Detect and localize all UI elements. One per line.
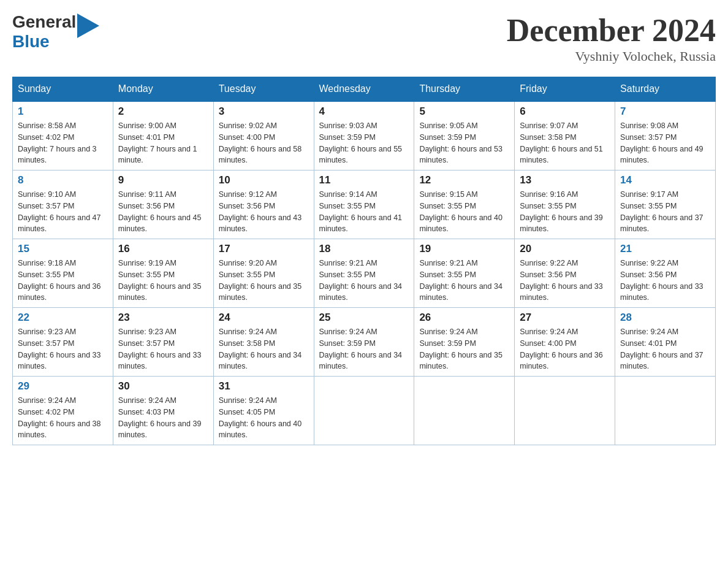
day-info: Sunrise: 9:24 AM Sunset: 3:59 PM Dayligh… [319,326,409,372]
table-row: 5 Sunrise: 9:05 AM Sunset: 3:59 PM Dayli… [414,101,515,170]
day-number: 23 [118,312,208,324]
calendar-week-row: 8 Sunrise: 9:10 AM Sunset: 3:57 PM Dayli… [13,170,716,239]
table-row [414,377,515,445]
day-info: Sunrise: 9:21 AM Sunset: 3:55 PM Dayligh… [319,258,409,304]
day-number: 5 [419,105,509,118]
day-number: 3 [219,105,309,118]
day-number: 13 [520,174,610,186]
calendar-week-row: 15 Sunrise: 9:18 AM Sunset: 3:55 PM Dayl… [13,239,716,308]
logo-text-blue: Blue [12,32,50,52]
day-number: 10 [219,174,309,186]
day-number: 16 [118,243,208,255]
day-info: Sunrise: 9:24 AM Sunset: 3:58 PM Dayligh… [219,326,309,372]
title-section: December 2024 Vyshniy Volochek, Russia [507,12,716,64]
calendar-week-row: 1 Sunrise: 8:58 AM Sunset: 4:02 PM Dayli… [13,101,716,170]
day-info: Sunrise: 9:24 AM Sunset: 4:01 PM Dayligh… [620,326,710,372]
day-number: 29 [18,380,108,393]
table-row: 31 Sunrise: 9:24 AM Sunset: 4:05 PM Dayl… [213,377,314,445]
table-row: 7 Sunrise: 9:08 AM Sunset: 3:57 PM Dayli… [615,101,716,170]
day-info: Sunrise: 9:21 AM Sunset: 3:55 PM Dayligh… [419,258,509,304]
day-number: 9 [118,174,208,186]
day-info: Sunrise: 9:08 AM Sunset: 3:57 PM Dayligh… [620,120,710,166]
day-number: 17 [219,243,309,255]
logo: General Blue [12,12,99,52]
header-tuesday: Tuesday [213,77,314,102]
table-row: 22 Sunrise: 9:23 AM Sunset: 3:57 PM Dayl… [13,308,113,377]
table-row: 29 Sunrise: 9:24 AM Sunset: 4:02 PM Dayl… [13,377,113,445]
day-info: Sunrise: 9:19 AM Sunset: 3:55 PM Dayligh… [118,258,208,304]
day-info: Sunrise: 9:16 AM Sunset: 3:55 PM Dayligh… [520,189,610,235]
table-row: 3 Sunrise: 9:02 AM Sunset: 4:00 PM Dayli… [213,101,314,170]
day-info: Sunrise: 9:23 AM Sunset: 3:57 PM Dayligh… [18,326,108,372]
table-row: 11 Sunrise: 9:14 AM Sunset: 3:55 PM Dayl… [314,170,414,239]
table-row: 25 Sunrise: 9:24 AM Sunset: 3:59 PM Dayl… [314,308,414,377]
day-info: Sunrise: 9:22 AM Sunset: 3:56 PM Dayligh… [520,258,610,304]
day-info: Sunrise: 9:17 AM Sunset: 3:55 PM Dayligh… [620,189,710,235]
table-row: 2 Sunrise: 9:00 AM Sunset: 4:01 PM Dayli… [113,101,213,170]
day-info: Sunrise: 9:24 AM Sunset: 4:02 PM Dayligh… [18,395,108,441]
calendar-table: Sunday Monday Tuesday Wednesday Thursday… [12,77,716,445]
day-number: 14 [620,174,710,186]
table-row [314,377,414,445]
day-info: Sunrise: 9:20 AM Sunset: 3:55 PM Dayligh… [219,258,309,304]
location-subtitle: Vyshniy Volochek, Russia [507,48,716,64]
day-number: 6 [520,105,610,118]
calendar-week-row: 22 Sunrise: 9:23 AM Sunset: 3:57 PM Dayl… [13,308,716,377]
day-number: 31 [219,380,309,393]
day-info: Sunrise: 9:24 AM Sunset: 4:03 PM Dayligh… [118,395,208,441]
day-info: Sunrise: 9:14 AM Sunset: 3:55 PM Dayligh… [319,189,409,235]
day-info: Sunrise: 9:11 AM Sunset: 3:56 PM Dayligh… [118,189,208,235]
day-info: Sunrise: 9:07 AM Sunset: 3:58 PM Dayligh… [520,120,610,166]
day-info: Sunrise: 9:24 AM Sunset: 4:05 PM Dayligh… [219,395,309,441]
day-info: Sunrise: 9:05 AM Sunset: 3:59 PM Dayligh… [419,120,509,166]
header-saturday: Saturday [615,77,716,102]
table-row: 9 Sunrise: 9:11 AM Sunset: 3:56 PM Dayli… [113,170,213,239]
day-info: Sunrise: 9:22 AM Sunset: 3:56 PM Dayligh… [620,258,710,304]
table-row: 28 Sunrise: 9:24 AM Sunset: 4:01 PM Dayl… [615,308,716,377]
table-row: 26 Sunrise: 9:24 AM Sunset: 3:59 PM Dayl… [414,308,515,377]
day-number: 19 [419,243,509,255]
table-row: 27 Sunrise: 9:24 AM Sunset: 4:00 PM Dayl… [515,308,615,377]
day-number: 4 [319,105,409,118]
day-info: Sunrise: 9:03 AM Sunset: 3:59 PM Dayligh… [319,120,409,166]
day-info: Sunrise: 9:24 AM Sunset: 4:00 PM Dayligh… [520,326,610,372]
table-row: 16 Sunrise: 9:19 AM Sunset: 3:55 PM Dayl… [113,239,213,308]
day-number: 22 [18,312,108,324]
logo-triangle-icon [77,13,99,38]
table-row: 15 Sunrise: 9:18 AM Sunset: 3:55 PM Dayl… [13,239,113,308]
table-row [515,377,615,445]
day-number: 26 [419,312,509,324]
table-row: 30 Sunrise: 9:24 AM Sunset: 4:03 PM Dayl… [113,377,213,445]
day-number: 1 [18,105,108,118]
svg-marker-0 [77,13,99,38]
page-header: General Blue December 2024 Vyshniy Voloc… [12,12,716,64]
day-number: 28 [620,312,710,324]
day-info: Sunrise: 9:15 AM Sunset: 3:55 PM Dayligh… [419,189,509,235]
day-number: 20 [520,243,610,255]
header-friday: Friday [515,77,615,102]
table-row: 17 Sunrise: 9:20 AM Sunset: 3:55 PM Dayl… [213,239,314,308]
table-row: 24 Sunrise: 9:24 AM Sunset: 3:58 PM Dayl… [213,308,314,377]
day-number: 25 [319,312,409,324]
header-wednesday: Wednesday [314,77,414,102]
calendar-title: December 2024 [507,12,716,48]
table-row: 14 Sunrise: 9:17 AM Sunset: 3:55 PM Dayl… [615,170,716,239]
calendar-header-row: Sunday Monday Tuesday Wednesday Thursday… [13,77,716,102]
table-row: 21 Sunrise: 9:22 AM Sunset: 3:56 PM Dayl… [615,239,716,308]
day-number: 11 [319,174,409,186]
day-number: 30 [118,380,208,393]
calendar-week-row: 29 Sunrise: 9:24 AM Sunset: 4:02 PM Dayl… [13,377,716,445]
day-number: 27 [520,312,610,324]
day-number: 12 [419,174,509,186]
day-info: Sunrise: 9:23 AM Sunset: 3:57 PM Dayligh… [118,326,208,372]
day-number: 8 [18,174,108,186]
day-number: 7 [620,105,710,118]
table-row: 10 Sunrise: 9:12 AM Sunset: 3:56 PM Dayl… [213,170,314,239]
header-monday: Monday [113,77,213,102]
table-row: 23 Sunrise: 9:23 AM Sunset: 3:57 PM Dayl… [113,308,213,377]
day-number: 15 [18,243,108,255]
table-row: 4 Sunrise: 9:03 AM Sunset: 3:59 PM Dayli… [314,101,414,170]
table-row: 18 Sunrise: 9:21 AM Sunset: 3:55 PM Dayl… [314,239,414,308]
day-number: 21 [620,243,710,255]
day-number: 18 [319,243,409,255]
